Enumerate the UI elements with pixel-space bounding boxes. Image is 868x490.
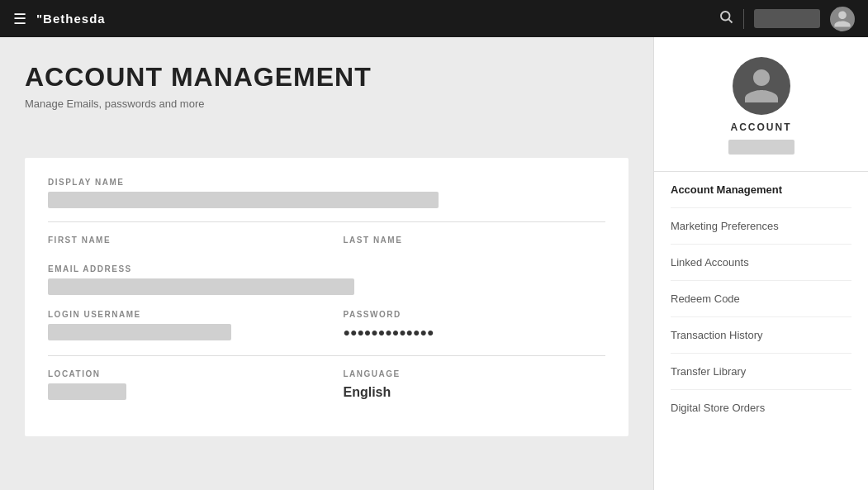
- hamburger-icon[interactable]: ☰: [13, 10, 26, 28]
- sidebar: ACCOUNT Account Management Marketing Pre…: [653, 37, 868, 490]
- credentials-row: LOGIN USERNAME PASSWORD ●●●●●●●●●●●●●: [48, 310, 605, 340]
- sidebar-item-account-management[interactable]: Account Management: [671, 172, 851, 208]
- name-row: FIRST NAME LAST NAME: [48, 235, 605, 250]
- brand-logo: "Bethesda: [36, 12, 106, 26]
- username-label: LOGIN USERNAME: [48, 310, 311, 319]
- language-value: English: [344, 383, 606, 402]
- sidebar-item-redeem-code[interactable]: Redeem Code: [671, 281, 851, 317]
- sidebar-item-transaction-history[interactable]: Transaction History: [671, 317, 851, 354]
- sidebar-item-marketing-preferences[interactable]: Marketing Preferences: [671, 208, 851, 245]
- top-navigation: ☰ "Bethesda: [0, 0, 868, 37]
- nav-divider: [743, 9, 744, 29]
- page-subtitle: Manage Emails, passwords and more: [25, 98, 372, 110]
- language-label: LANGUAGE: [344, 369, 606, 378]
- svg-point-0: [721, 12, 730, 21]
- display-name-value: [48, 192, 439, 208]
- location-label: LOCATION: [48, 369, 311, 378]
- locale-row: LOCATION LANGUAGE English: [48, 369, 605, 402]
- email-value-placeholder: [48, 278, 354, 295]
- location-value-placeholder: [48, 383, 126, 400]
- username-field: LOGIN USERNAME: [48, 310, 311, 340]
- email-field: EMAIL ADDRESS: [48, 264, 605, 295]
- form-divider-1: [48, 221, 605, 222]
- first-name-field: FIRST NAME: [48, 235, 311, 250]
- display-name-label: DISPLAY NAME: [48, 178, 605, 187]
- form-divider-2: [48, 355, 605, 356]
- page-layout: ACCOUNT MANAGEMENT Manage Emails, passwo…: [0, 37, 868, 490]
- page-header: ACCOUNT MANAGEMENT Manage Emails, passwo…: [25, 62, 628, 135]
- username-value-placeholder: [48, 324, 231, 340]
- svg-line-1: [728, 19, 732, 22]
- password-value: ●●●●●●●●●●●●●: [344, 324, 606, 340]
- page-title: ACCOUNT MANAGEMENT: [25, 62, 372, 93]
- main-content: ACCOUNT MANAGEMENT Manage Emails, passwo…: [0, 37, 653, 490]
- sidebar-nav: Account Management Marketing Preferences…: [654, 172, 868, 426]
- sidebar-account-label: ACCOUNT: [731, 121, 792, 133]
- user-avatar-nav[interactable]: [830, 7, 855, 31]
- sidebar-username-placeholder: [728, 140, 794, 155]
- search-icon[interactable]: [719, 9, 733, 28]
- first-name-label: FIRST NAME: [48, 235, 311, 245]
- last-name-label: LAST NAME: [344, 235, 606, 245]
- language-field: LANGUAGE English: [344, 369, 606, 402]
- sidebar-avatar: [733, 57, 790, 115]
- email-label: EMAIL ADDRESS: [48, 264, 605, 274]
- sidebar-item-digital-store-orders[interactable]: Digital Store Orders: [671, 390, 851, 426]
- password-label: PASSWORD: [344, 310, 606, 319]
- nav-search-input[interactable]: [754, 9, 820, 28]
- password-field: PASSWORD ●●●●●●●●●●●●●: [344, 310, 606, 340]
- sidebar-item-linked-accounts[interactable]: Linked Accounts: [671, 245, 851, 281]
- sidebar-item-transfer-library[interactable]: Transfer Library: [671, 354, 851, 390]
- email-row: EMAIL ADDRESS: [48, 264, 605, 295]
- location-field: LOCATION: [48, 369, 311, 402]
- account-form-card: DISPLAY NAME FIRST NAME LAST NAME EMAIL …: [25, 158, 628, 436]
- last-name-field: LAST NAME: [344, 235, 606, 250]
- display-name-field: DISPLAY NAME: [48, 178, 605, 208]
